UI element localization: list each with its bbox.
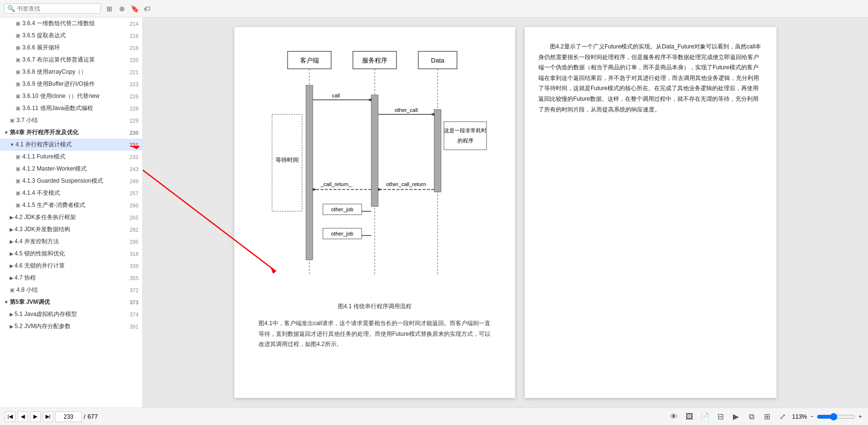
- sidebar-item-s12[interactable]: ▣ 4.1.1 Future模式 232: [0, 151, 142, 163]
- sidebar-item-page: 282: [124, 227, 138, 233]
- file-icon[interactable]: 📄: [699, 411, 711, 423]
- sidebar-item-page: 243: [124, 166, 138, 172]
- current-page-input[interactable]: [55, 411, 82, 422]
- tag-icon[interactable]: 🏷: [142, 4, 152, 14]
- sidebar-item-s18[interactable]: ▶ 4.3 JDK并发数据结构 282: [0, 223, 142, 236]
- expand-icon: ▶: [10, 324, 14, 329]
- svg-text:的程序: 的程序: [457, 138, 473, 143]
- zoom-area: 113% － ＋: [792, 412, 863, 421]
- right-page-text: 图4.2显示了一个广义Future模式的实现。从Data_Future对象可以看…: [538, 42, 763, 115]
- sidebar-item-s23[interactable]: ▣ 4.8 小结 372: [0, 284, 142, 296]
- sidebar-item-page: 220: [124, 57, 138, 63]
- expand-icon: ▶: [10, 227, 14, 232]
- sidebar-item-label: 4.3 JDK并发数据结构: [15, 225, 70, 234]
- copy-icon[interactable]: ⧉: [746, 411, 757, 423]
- sidebar-item-page: 260: [124, 203, 138, 208]
- sidebar-item-s9[interactable]: ▣ 3.7 小结 229: [0, 114, 142, 126]
- search-input[interactable]: [17, 5, 94, 12]
- right-page: 图4.2显示了一个广义Future模式的实现。从Data_Future对象可以看…: [525, 27, 777, 398]
- image-icon[interactable]: 🖼: [684, 411, 695, 423]
- expand-icon: ▶: [10, 239, 14, 244]
- sidebar-item-page: 218: [124, 45, 138, 51]
- sidebar-item-page: 214: [124, 21, 138, 27]
- svg-marker-17: [430, 113, 434, 116]
- sidebar-item-label: 4.6 无锁的并行计算: [15, 262, 65, 270]
- page-icon: ▣: [15, 178, 20, 184]
- expand-icon: ▶: [10, 215, 14, 220]
- bookmark-icon[interactable]: 🔖: [130, 4, 139, 14]
- sidebar-item-s22[interactable]: ▶ 4.7 协程 355: [0, 272, 142, 284]
- eye-icon[interactable]: 👁: [668, 411, 680, 423]
- sidebar-item-label: 第5章 JVM调优: [10, 298, 50, 306]
- zoom-slider[interactable]: [817, 413, 855, 421]
- diagram-caption: 图4.1 传统串行程序调用流程: [338, 302, 411, 311]
- sidebar-item-page: 228: [124, 106, 138, 111]
- sidebar-item-s15[interactable]: ▣ 4.1.4 不变模式 257: [0, 187, 142, 199]
- layout-icon[interactable]: ⊞: [761, 411, 773, 423]
- sidebar-item-label: 3.6.5 提取表达式: [22, 31, 66, 40]
- search-box[interactable]: 🔍: [4, 3, 101, 14]
- sidebar-item-s5[interactable]: ▣ 3.6.8 使用arrayCopy（） 221: [0, 66, 142, 78]
- sidebar: ▣ 3.6.4 一维数组代替二维数组 214 ▣ 3.6.5 提取表达式 216…: [0, 17, 143, 408]
- sidebar-item-s25[interactable]: ▶ 5.1 Java虚拟机内存模型 374: [0, 308, 142, 320]
- sidebar-item-page: 373: [124, 299, 138, 305]
- zoom-plus-icon[interactable]: ＋: [857, 412, 863, 421]
- sidebar-item-s17[interactable]: ▶ 4.2 JDK多任务执行框架 265: [0, 211, 142, 223]
- left-page: 客户端 服务程序 Data: [234, 27, 515, 398]
- app-container: 🔍 ⊞ ⊕ 🔖 🏷 ▣ 3.6.4 一维数组代替二维数组 214 ▣ 3.6.5…: [0, 0, 868, 425]
- zoom-minus-icon[interactable]: －: [809, 412, 815, 421]
- next-page-button[interactable]: ▶: [30, 411, 41, 422]
- bottom-bar: |◀ ◀ ▶ ▶| / 677 👁 🖼 📄 ⊟ ▶ ⧉ ⊞ ⤢ 113% － ＋: [0, 408, 868, 425]
- sidebar-item-s7[interactable]: ▣ 3.6.10 使用clone（）代替new 226: [0, 90, 142, 102]
- sidebar-item-page: 226: [124, 94, 138, 99]
- sidebar-item-s6[interactable]: ▣ 3.6.9 使用Buffer进行I/O操作 223: [0, 78, 142, 90]
- sidebar-item-label: 3.6.9 使用Buffer进行I/O操作: [22, 80, 95, 88]
- last-page-button[interactable]: ▶|: [43, 411, 53, 422]
- size-icon[interactable]: ⤢: [777, 411, 788, 423]
- svg-marker-28: [378, 188, 382, 191]
- columns-icon[interactable]: ⊟: [715, 411, 726, 423]
- sidebar-item-s20[interactable]: ▶ 4.5 锁的性能和优化 318: [0, 248, 142, 260]
- sidebar-item-s10[interactable]: ▼ 第4章 并行程序开发及优化 230: [0, 126, 142, 139]
- sidebar-item-s1[interactable]: ▣ 3.6.4 一维数组代替二维数组 214: [0, 17, 142, 30]
- svg-rect-10: [306, 85, 313, 260]
- sidebar-item-s24[interactable]: ▼ 第5章 JVM调优 373: [0, 296, 142, 308]
- prev-page-button[interactable]: ◀: [17, 411, 28, 422]
- bottom-right: 👁 🖼 📄 ⊟ ▶ ⧉ ⊞ ⤢ 113% － ＋: [668, 411, 863, 423]
- svg-text:other_call: other_call: [395, 107, 418, 113]
- diagram-container: 客户端 服务程序 Data: [254, 47, 496, 350]
- sidebar-item-page: 295: [124, 239, 138, 245]
- sidebar-item-page: 374: [124, 312, 138, 317]
- toolbar-icons: ⊞ ⊕ 🔖 🏷: [105, 4, 152, 14]
- svg-text:客户端: 客户端: [300, 57, 319, 64]
- sidebar-item-page: 257: [124, 190, 138, 196]
- sidebar-item-s19[interactable]: ▶ 4.4 并发控制方法 295: [0, 236, 142, 248]
- sidebar-item-s11[interactable]: ▼ 4.1 并行程序设计模式 231: [0, 139, 142, 151]
- sidebar-item-page: 249: [124, 178, 138, 184]
- sidebar-item-s3[interactable]: ▣ 3.6.6 展开循环 218: [0, 42, 142, 54]
- first-page-button[interactable]: |◀: [5, 411, 15, 422]
- add-icon[interactable]: ⊕: [117, 4, 127, 14]
- sidebar-item-s4[interactable]: ▣ 3.6.7 布尔运算代替普通运算 220: [0, 54, 142, 66]
- sidebar-item-page: 391: [124, 324, 138, 330]
- play-icon[interactable]: ▶: [730, 411, 742, 423]
- sidebar-item-label: 5.1 Java虚拟机内存模型: [15, 310, 77, 318]
- sidebar-item-s13[interactable]: ▣ 4.1.2 Master-Worker模式 243: [0, 163, 142, 175]
- sidebar-item-label: 4.1.2 Master-Worker模式: [22, 165, 87, 173]
- svg-marker-25: [313, 188, 317, 191]
- sidebar-item-label: 3.7 小结: [16, 116, 38, 125]
- sidebar-item-label: 4.4 并发控制方法: [15, 237, 59, 246]
- sidebar-item-label: 第4章 并行程序开发及优化: [10, 128, 78, 137]
- sidebar-item-s26[interactable]: ▶ 5.2 JVM内存分配参数 391: [0, 320, 142, 332]
- sidebar-item-s21[interactable]: ▶ 4.6 无锁的并行计算 339: [0, 260, 142, 272]
- sidebar-item-s2[interactable]: ▣ 3.6.5 提取表达式 216: [0, 30, 142, 42]
- sidebar-item-s16[interactable]: ▣ 4.1.5 生产者-消费者模式 260: [0, 199, 142, 211]
- sidebar-item-page: 339: [124, 263, 138, 269]
- grid-icon[interactable]: ⊞: [105, 4, 114, 14]
- page-icon: ▣: [10, 117, 15, 124]
- svg-text:这是一段非常耗时: 这是一段非常耗时: [444, 127, 487, 133]
- sidebar-item-s8[interactable]: ▣ 3.6.11 借用Java函数式编程 228: [0, 102, 142, 114]
- svg-rect-11: [371, 95, 378, 206]
- sequence-diagram: 客户端 服务程序 Data: [259, 47, 491, 299]
- sidebar-item-s14[interactable]: ▣ 4.1.3 Guarded Suspension模式 249: [0, 175, 142, 187]
